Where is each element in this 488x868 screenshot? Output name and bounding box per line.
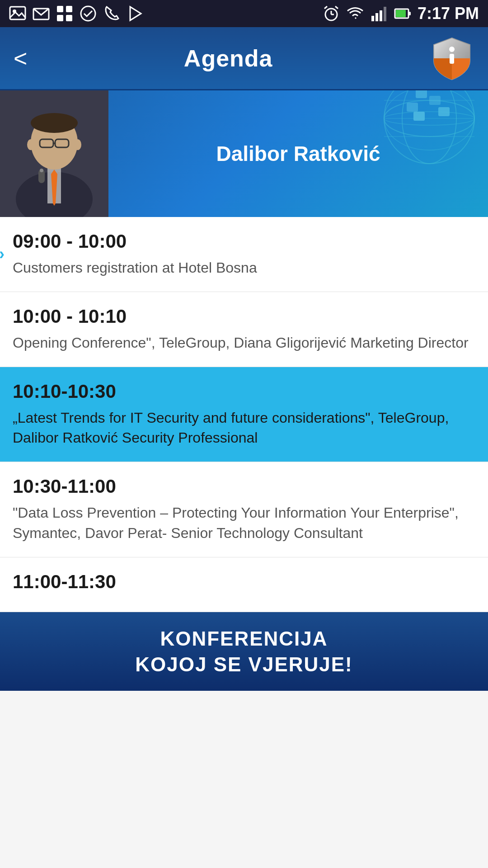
image-icon: [9, 5, 26, 22]
footer-text: KONFERENCIJA KOJOJ SE VJERUJE!: [135, 626, 353, 677]
event-desc-4: "Data Loss Prevention – Protecting Your …: [13, 503, 475, 543]
svg-point-7: [81, 6, 95, 21]
speaker-banner: Dalibor Ratković: [0, 90, 488, 217]
event-desc-3: „Latest Trends for IT Security and futur…: [13, 408, 475, 448]
signal-icon: [371, 5, 388, 22]
footer-line1: KONFERENCIJA: [160, 627, 328, 650]
status-bar-right: 7:17 PM: [323, 4, 479, 23]
svg-rect-46: [407, 103, 418, 112]
svg-point-28: [31, 113, 78, 133]
agenda-item-3[interactable]: 10:10-10:30 „Latest Trends for IT Securi…: [0, 367, 488, 462]
svg-rect-35: [40, 169, 43, 172]
speaker-image: [0, 90, 108, 217]
svg-rect-44: [416, 90, 427, 98]
svg-rect-22: [450, 54, 454, 64]
svg-rect-17: [384, 7, 386, 21]
wifi-icon: [346, 5, 364, 22]
battery-icon: [394, 5, 411, 22]
globe-decoration: [380, 90, 479, 175]
agenda-item-5[interactable]: 11:00-11:30: [0, 557, 488, 612]
svg-rect-3: [57, 6, 63, 12]
svg-point-32: [27, 139, 34, 150]
speaker-info: Dalibor Ratković: [108, 132, 488, 175]
header: < Agenda: [0, 27, 488, 90]
svg-rect-14: [371, 16, 374, 21]
svg-rect-20: [408, 12, 411, 15]
check-icon: [80, 5, 97, 22]
svg-rect-16: [380, 10, 382, 21]
svg-line-13: [335, 6, 338, 9]
time-label-3: 10:10-10:30: [13, 381, 475, 402]
agenda-content: › 09:00 - 10:00 Customers registration a…: [0, 217, 488, 612]
svg-marker-8: [130, 7, 141, 20]
footer: KONFERENCIJA KOJOJ SE VJERUJE!: [0, 612, 488, 691]
time-display: 7:17 PM: [418, 4, 479, 23]
phone-icon: [103, 5, 120, 22]
svg-point-21: [449, 47, 455, 52]
back-button[interactable]: <: [14, 47, 27, 70]
svg-line-12: [324, 6, 327, 9]
email-icon: [33, 5, 50, 22]
svg-rect-4: [66, 6, 72, 12]
svg-rect-45: [429, 96, 441, 105]
grid-icon: [56, 5, 73, 22]
play-icon: [127, 5, 144, 22]
svg-rect-6: [66, 15, 72, 21]
svg-rect-0: [10, 7, 25, 19]
footer-line2: KOJOJ SE VJERUJE!: [135, 653, 353, 675]
time-label-5: 11:00-11:30: [13, 571, 475, 593]
event-desc-1: Customers registration at Hotel Bosna: [13, 258, 475, 278]
speaker-name: Dalibor Ratković: [216, 142, 380, 166]
agenda-item-4[interactable]: 10:30-11:00 "Data Loss Prevention – Prot…: [0, 462, 488, 557]
svg-rect-19: [396, 10, 406, 17]
svg-point-33: [74, 139, 81, 150]
svg-rect-48: [413, 112, 425, 121]
speaker-photo: [0, 90, 108, 217]
header-title: Agenda: [184, 45, 273, 72]
app-logo: [429, 36, 474, 81]
event-desc-2: Opening Conference", TeleGroup, Diana Gl…: [13, 333, 475, 353]
svg-rect-47: [438, 107, 450, 116]
svg-rect-15: [375, 13, 378, 21]
svg-rect-5: [57, 15, 63, 21]
time-label-2: 10:00 - 10:10: [13, 306, 475, 327]
time-label-1: 09:00 - 10:00: [13, 231, 475, 252]
sidebar-chevron-1: ›: [0, 245, 5, 264]
agenda-item-1[interactable]: › 09:00 - 10:00 Customers registration a…: [0, 217, 488, 292]
shield-icon: [429, 36, 474, 81]
agenda-item-2[interactable]: 10:00 - 10:10 Opening Conference", TeleG…: [0, 292, 488, 367]
status-bar: 7:17 PM: [0, 0, 488, 27]
alarm-icon: [323, 5, 340, 22]
time-label-4: 10:30-11:00: [13, 476, 475, 497]
status-bar-icons: [9, 5, 144, 22]
